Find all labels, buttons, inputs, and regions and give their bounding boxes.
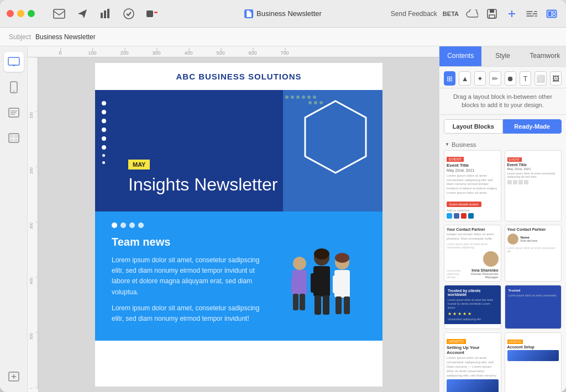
email-icon[interactable] [51,6,67,22]
template-card-setup[interactable]: HOWTO Setting Up Your Account Lorem ipsu… [444,332,501,392]
star-4: ★ [463,311,467,316]
ruler-mark-0: 0 [44,50,76,56]
event-date: May 22nd, 2021 [447,168,499,172]
newsletter-header: ABC BUSINESS SOLUTIONS [95,63,382,90]
title-bar: Business Newsletter Send Feedback BETA [0,0,566,28]
close-button[interactable] [7,10,14,17]
carousel-dot-2[interactable] [120,223,126,228]
svg-text:400: 400 [29,278,33,284]
svg-rect-55 [336,296,342,314]
settings-icon[interactable] [524,6,539,22]
ruler-horizontal: 0 100 200 300 400 500 600 700 [28,46,439,57]
event-alt-date: May 22nd, 2021 [507,167,559,171]
contact-avatar-col: Inna Sharenko Human Resources Manager [463,251,499,279]
main-area: 0 100 200 300 400 500 600 700 100 [0,46,566,392]
pen-tool-icon[interactable]: ✏ [489,71,501,86]
tag-icon[interactable] [144,6,160,22]
right-panel: Contents Style Teamwork ⊞ ▲ ✦ ✏ ⏺ T ⬜ 🖼 … [439,46,566,392]
mobile-view-icon[interactable] [4,77,24,97]
setup-alt-title: Account Setup [507,345,559,349]
subject-bar: Subject Business Newsletter [0,28,566,46]
svg-rect-47 [311,273,317,293]
linkedin-icon-sm [468,213,474,219]
send-feedback-label[interactable]: Send Feedback [391,10,437,18]
contact-alt-row: Name Role title here [507,234,559,245]
cloud-icon[interactable] [464,6,480,22]
desktop-view-icon[interactable] [4,52,24,72]
company-name: ABC BUSINESS SOLUTIONS [104,72,374,81]
chart-icon[interactable] [98,6,113,22]
panel-tabs: Contents Style Teamwork [439,46,566,67]
icon-sm-1 [507,180,512,184]
record-icon[interactable]: ⏺ [505,71,516,86]
section-label: Business [439,138,566,150]
svg-rect-19 [10,135,13,138]
carousel-dot-4[interactable] [138,223,144,228]
event-alt-title: Event Title [507,163,559,167]
template-card-event-alt[interactable]: EVENT Event Title May 22nd, 2021 Lorem i… [505,150,562,221]
shape-icon[interactable]: ▲ [459,71,470,86]
star-icon[interactable]: ✦ [474,71,486,86]
trusted-body: Lorem ipsum dolor sit amet has been trus… [448,298,497,310]
minimize-button[interactable] [17,10,24,17]
event-body: Lorem ipsum dolor sit amet consectetur s… [447,174,499,195]
contact-alt-title: Your Contact Partner [507,227,559,231]
svg-rect-20 [14,135,18,138]
svg-rect-1 [101,13,103,18]
ruler-mark-700: 700 [269,50,301,56]
tab-contents[interactable]: Contents [439,46,481,66]
crop-tool-icon[interactable]: ⬜ [534,71,546,86]
star-2: ★ [453,311,457,316]
svg-rect-42 [300,277,306,294]
maximize-button[interactable] [28,10,35,17]
add-icon[interactable] [504,6,520,22]
template-card-trusted-alt[interactable]: Trusted Lorem ipsum dolor sit amet conse… [505,285,562,329]
layout-block-icon[interactable]: ⊞ [444,71,455,86]
template-card-contact-alt[interactable]: Your Contact Partner Name Role title her… [505,225,562,282]
check-icon[interactable] [121,6,137,22]
tab-teamwork[interactable]: Teamwork [524,46,566,66]
carousel-dot-3[interactable] [129,223,135,228]
template-card-setup-alt[interactable]: HOWTO Account Setup [505,332,562,392]
text-block-icon[interactable] [4,103,24,123]
title-bar-right: Send Feedback BETA [391,6,559,22]
save-icon[interactable] [484,6,500,22]
template-card-contact[interactable]: Your Contact Partner Integer accumsan do… [444,225,501,282]
event-card-content: EVENT Event Title May 22nd, 2021 Lorem i… [444,151,501,221]
team-content: Team news Lorem ipsum dolor sit amet, co… [112,236,366,330]
setup-tag: HOWTO [447,339,466,344]
twitter-icon-sm [447,213,452,219]
tab-style[interactable]: Style [481,46,523,66]
template-card-trusted[interactable]: Trusted by clients worldwide Lorem ipsum… [444,285,501,329]
template-card-event[interactable]: EVENT Event Title May 22nd, 2021 Lorem i… [444,150,501,221]
svg-text:300: 300 [29,223,33,229]
trusted-alt-content: Trusted Lorem ipsum dolor sit amet conse… [505,285,562,329]
canvas-scroll[interactable]: ABC BUSINESS SOLUTIONS [39,57,439,392]
setup-alt-image [507,350,559,361]
add-block-icon[interactable] [4,367,24,386]
subject-value[interactable]: Business Newsletter [35,33,96,41]
layout-blocks-btn[interactable]: Layout Blocks [444,119,503,134]
ruler-mark-500: 500 [205,50,237,56]
team-body-2: Lorem ipsum dolor sit amet, consetetur s… [112,303,269,324]
carousel-dot-1[interactable] [112,223,117,228]
ruler-marks: 0 100 200 300 400 500 600 700 [28,50,439,56]
svg-text:200: 200 [29,167,33,174]
facebook-icon-sm [454,213,459,219]
trusted-alt-title: Trusted [509,289,558,292]
text-tool-icon[interactable]: T [520,71,531,86]
ready-made-btn[interactable]: Ready-Made [503,119,562,134]
event-title: Event Title [447,163,499,168]
grid-block-icon[interactable] [4,128,24,148]
contact-alt-content: Your Contact Partner Name Role title her… [505,225,562,255]
setup-alt-content: HOWTO Account Setup [505,333,562,363]
event-alt-icons [507,180,559,184]
layout-view-icon[interactable] [544,6,559,22]
send-icon[interactable] [75,6,90,22]
team-text: Team news Lorem ipsum dolor sit amet, co… [112,236,269,330]
svg-rect-41 [291,277,297,294]
team-news-section: Team news Lorem ipsum dolor sit amet, co… [95,211,382,341]
setup-alt-tag: HOWTO [507,340,523,344]
image-tool-icon[interactable]: 🖼 [550,71,562,86]
event-tag: EVENT [447,157,464,162]
